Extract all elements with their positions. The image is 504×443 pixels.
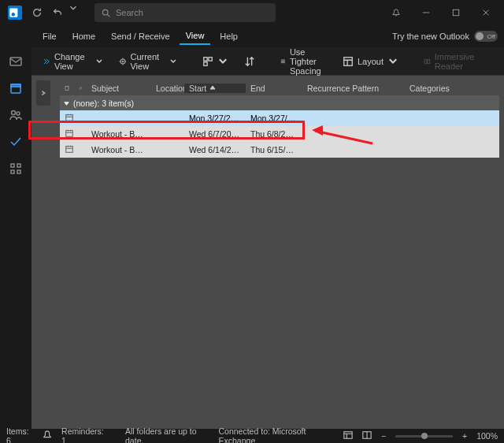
appointment-icon [60, 113, 74, 124]
left-navigation-rail [0, 47, 32, 429]
svg-rect-22 [66, 115, 73, 121]
status-items: Items: 6 [6, 426, 33, 443]
appointment-icon [60, 144, 74, 155]
reminders-icon[interactable] [43, 430, 52, 441]
view-normal-icon[interactable] [343, 430, 353, 441]
maximize-button[interactable] [441, 0, 471, 25]
column-location[interactable]: Location [151, 84, 184, 93]
svg-rect-5 [204, 57, 207, 60]
svg-point-15 [12, 111, 16, 115]
svg-point-3 [120, 58, 124, 63]
svg-rect-12 [10, 58, 21, 65]
immersive-reader-button: Immersive Reader [417, 49, 485, 74]
notifications-icon[interactable] [381, 0, 411, 25]
status-connection: Connected to: Microsoft Exchange [219, 426, 334, 443]
search-input[interactable]: Search [94, 3, 276, 22]
current-view-button[interactable]: Current View [113, 49, 184, 74]
svg-rect-6 [209, 57, 212, 60]
status-sync: All folders are up to date. [125, 426, 209, 443]
menu-home[interactable]: Home [66, 28, 102, 44]
svg-rect-7 [204, 61, 207, 65]
cell-start: Wed 6/7/2023 12:… [184, 129, 246, 139]
cell-end: Thu 6/8/2023 12:… [246, 129, 302, 139]
svg-rect-21 [65, 86, 69, 90]
svg-rect-20 [17, 170, 20, 173]
expand-collapse-button[interactable] [196, 53, 235, 70]
undo-icon[interactable] [47, 2, 68, 23]
tighter-spacing-button[interactable]: Use Tighter Spacing [274, 44, 333, 79]
sync-icon[interactable] [27, 2, 47, 23]
outlook-app-icon [8, 6, 22, 20]
column-start[interactable]: Start [184, 84, 246, 93]
zoom-slider[interactable] [395, 435, 453, 437]
table-row[interactable]: Workout - Back & tri… Wed 6/14/2023 1… T… [60, 142, 499, 158]
svg-rect-17 [11, 164, 14, 167]
search-placeholder: Search [116, 8, 143, 17]
calendar-icon[interactable] [8, 80, 24, 96]
zoom-in-button[interactable]: + [462, 431, 467, 441]
svg-point-4 [122, 61, 124, 62]
qat-dropdown-icon[interactable] [68, 2, 88, 23]
try-new-outlook-toggle[interactable]: Off [474, 31, 498, 42]
appointment-icon [60, 128, 74, 140]
svg-rect-24 [66, 147, 73, 153]
cell-end: Mon 3/27/2023 … [246, 114, 302, 123]
sort-button[interactable] [238, 53, 261, 70]
mail-icon[interactable] [8, 54, 24, 69]
more-apps-icon[interactable] [8, 161, 24, 177]
cell-end: Thu 6/15/2023 1… [246, 145, 302, 154]
menu-send-receive[interactable]: Send / Receive [105, 28, 176, 44]
column-attachment[interactable] [74, 84, 87, 92]
layout-button[interactable]: Layout [336, 53, 405, 70]
try-new-outlook-label: Try the new Outlook [392, 32, 469, 41]
status-bar: Items: 6 Reminders: 1 All folders are up… [0, 429, 504, 443]
svg-rect-14 [11, 84, 20, 87]
svg-rect-19 [11, 170, 14, 173]
svg-rect-18 [17, 164, 20, 167]
svg-rect-25 [344, 432, 352, 439]
folder-pane-toggle[interactable] [36, 80, 50, 106]
menu-help[interactable]: Help [213, 28, 244, 44]
cell-subject: Workout - Back & tri… [87, 145, 151, 154]
table-row[interactable]: Workout - Back & tri… Wed 6/7/2023 12:… … [60, 126, 499, 142]
menu-file[interactable]: File [36, 28, 63, 44]
main-content: Subject Location Start End Recurrence Pa… [32, 76, 504, 429]
change-view-button[interactable]: Change View [36, 49, 109, 74]
table-row[interactable]: Mon 3/27/2023 8… Mon 3/27/2023 … [60, 110, 499, 126]
close-button[interactable] [471, 0, 501, 25]
cell-start: Wed 6/14/2023 1… [184, 145, 246, 154]
svg-rect-8 [344, 57, 353, 65]
column-recurrence[interactable]: Recurrence Pattern [302, 84, 405, 93]
svg-rect-23 [66, 131, 73, 137]
column-end[interactable]: End [246, 84, 302, 93]
todo-icon[interactable] [8, 134, 24, 150]
ribbon: Change View Current View Use Tighter Spa… [0, 47, 504, 76]
minimize-button[interactable] [411, 0, 441, 25]
menu-bar: File Home Send / Receive View Help Try t… [0, 25, 504, 47]
people-icon[interactable] [8, 107, 24, 123]
svg-point-16 [17, 112, 20, 115]
status-reminders[interactable]: Reminders: 1 [61, 426, 106, 443]
column-subject[interactable]: Subject [87, 84, 151, 93]
group-header[interactable]: (none): 3 item(s) [60, 96, 499, 110]
cell-start: Mon 3/27/2023 8… [184, 114, 246, 123]
cell-subject: Workout - Back & tri… [87, 129, 151, 139]
grid-header: Subject Location Start End Recurrence Pa… [60, 80, 499, 96]
column-icon[interactable] [60, 84, 74, 92]
menu-view[interactable]: View [180, 28, 211, 45]
svg-point-1 [102, 9, 108, 15]
view-reading-icon[interactable] [362, 430, 372, 441]
ribbon-overflow-button[interactable] [498, 53, 504, 70]
zoom-out-button[interactable]: − [381, 431, 386, 441]
zoom-level[interactable]: 100% [476, 431, 498, 441]
column-categories[interactable]: Categories [405, 84, 499, 93]
svg-rect-2 [453, 9, 459, 16]
